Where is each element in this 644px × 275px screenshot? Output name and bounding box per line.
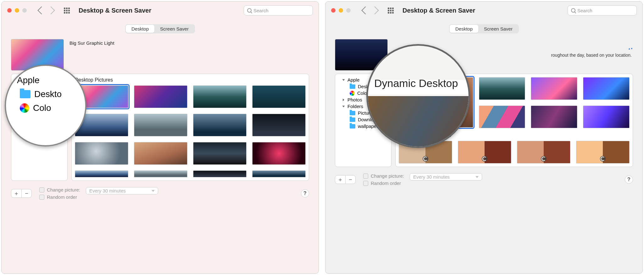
bottom-controls: ＋ − Change picture: Random order Every 3…	[325, 171, 642, 192]
help-button[interactable]: ?	[625, 175, 633, 184]
add-remove-buttons: ＋ −	[335, 175, 356, 184]
change-picture-label: Change picture:	[371, 173, 404, 179]
wallpaper-thumb[interactable]	[583, 77, 630, 100]
wallpaper-thumb[interactable]	[134, 142, 187, 165]
interval-select[interactable]: Every 30 minutes	[410, 173, 482, 180]
color-wheel-icon	[20, 103, 29, 113]
color-wheel-icon	[350, 91, 355, 96]
random-order-checkbox[interactable]	[363, 181, 368, 186]
wallpaper-thumb[interactable]	[134, 85, 187, 108]
random-order-row: Random order	[39, 194, 80, 200]
magnifier-callout: Dynamic Desktop	[366, 44, 470, 148]
change-picture-row: Change picture:	[363, 173, 404, 179]
wallpaper-thumb[interactable]	[479, 106, 525, 128]
dynamic-icon	[600, 156, 606, 162]
close-icon[interactable]	[7, 8, 12, 13]
wallpaper-thumb[interactable]	[134, 114, 187, 136]
wallpaper-thumb[interactable]	[531, 77, 577, 100]
magnify-desktop-label: Deskto	[34, 89, 62, 99]
change-picture-row: Change picture:	[39, 187, 80, 192]
wallpaper-gallery: Desktop Pictures	[71, 74, 309, 181]
magnifier-callout: Apple Deskto Colo	[5, 65, 86, 146]
thumb-grid-partial	[75, 170, 306, 177]
wallpaper-thumb[interactable]	[252, 170, 306, 177]
back-button[interactable]	[37, 6, 45, 14]
all-prefs-icon[interactable]	[388, 8, 394, 14]
wallpaper-thumb[interactable]	[193, 85, 247, 108]
magnify-colors-label: Colo	[33, 103, 51, 113]
wallpaper-thumb[interactable]	[193, 114, 247, 136]
panel-right: Desktop & Screen Saver Search Desktop Sc…	[325, 1, 643, 274]
bottom-controls: ＋ − Change picture: Random order Every 3…	[2, 185, 319, 206]
folder-icon	[350, 124, 355, 129]
minimize-icon[interactable]	[339, 8, 343, 13]
window-title: Desktop & Screen Saver	[402, 7, 475, 14]
wallpaper-name: Big Sur Graphic Light	[69, 40, 114, 46]
close-icon[interactable]	[331, 8, 336, 13]
back-button[interactable]	[361, 6, 369, 14]
tab-group: Desktop Screen Saver	[325, 24, 642, 33]
wallpaper-thumb[interactable]	[134, 170, 187, 177]
remove-folder-button[interactable]: −	[21, 189, 31, 198]
folder-icon	[350, 111, 355, 115]
dynamic-icon	[423, 156, 428, 162]
wallpaper-thumb[interactable]	[252, 85, 306, 108]
search-placeholder: Search	[253, 8, 269, 13]
zoom-icon[interactable]	[22, 8, 27, 13]
wallpaper-thumb[interactable]	[193, 142, 247, 165]
random-order-label: Random order	[47, 194, 77, 200]
titlebar: Desktop & Screen Saver Search	[325, 2, 642, 19]
window-controls	[331, 8, 351, 13]
search-icon	[571, 8, 575, 13]
tab-screensaver[interactable]: Screen Saver	[478, 25, 518, 33]
add-remove-buttons: ＋ −	[11, 189, 32, 198]
wallpaper-thumb[interactable]	[252, 114, 306, 136]
change-picture-checkbox[interactable]	[363, 174, 368, 179]
preview-row: ▲▼ roughout the day, based on your locat…	[325, 36, 642, 74]
tab-desktop[interactable]: Desktop	[450, 25, 478, 33]
dynamic-icon	[541, 156, 547, 162]
interval-select[interactable]: Every 30 minutes	[86, 187, 158, 194]
random-order-label: Random order	[371, 180, 401, 186]
dynamic-icon	[482, 156, 487, 162]
random-order-checkbox[interactable]	[39, 195, 44, 200]
wallpaper-thumb[interactable]	[479, 77, 525, 100]
tab-screensaver[interactable]: Screen Saver	[154, 25, 194, 33]
folder-icon	[20, 90, 31, 98]
wallpaper-thumb[interactable]	[75, 142, 128, 165]
magnify-apple-label: Apple	[17, 75, 40, 85]
minimize-icon[interactable]	[15, 8, 19, 13]
forward-button[interactable]	[371, 6, 379, 14]
change-picture-label: Change picture:	[47, 187, 80, 192]
window-title: Desktop & Screen Saver	[79, 7, 151, 14]
remove-folder-button[interactable]: −	[345, 175, 355, 184]
search-icon	[247, 8, 252, 13]
add-folder-button[interactable]: ＋	[335, 175, 345, 184]
all-prefs-icon[interactable]	[64, 8, 70, 14]
tab-desktop[interactable]: Desktop	[126, 25, 154, 33]
wallpaper-thumb[interactable]	[193, 170, 247, 177]
zoom-icon[interactable]	[346, 8, 351, 13]
chevron-updown-icon: ▲▼	[628, 47, 633, 50]
thumb-grid	[75, 85, 306, 165]
wallpaper-thumb[interactable]	[517, 141, 570, 163]
search-placeholder: Search	[577, 8, 592, 13]
add-folder-button[interactable]: ＋	[11, 189, 21, 198]
forward-button[interactable]	[47, 6, 55, 14]
change-picture-checkbox[interactable]	[39, 187, 44, 192]
wallpaper-thumb[interactable]	[75, 170, 128, 177]
wallpaper-thumb[interactable]	[252, 142, 306, 165]
window-controls	[7, 8, 27, 13]
help-button[interactable]: ?	[301, 189, 309, 198]
wallpaper-thumb[interactable]	[531, 106, 577, 128]
wallpaper-thumb[interactable]	[583, 106, 630, 128]
search-field[interactable]: Search	[244, 5, 313, 15]
folder-icon	[350, 117, 355, 122]
search-field[interactable]: Search	[568, 5, 637, 15]
panel-left: Desktop & Screen Saver Search Desktop Sc…	[1, 1, 319, 274]
nav-arrows	[363, 8, 378, 13]
random-order-row: Random order	[363, 180, 404, 186]
wallpaper-thumb[interactable]	[576, 141, 630, 163]
tab-group: Desktop Screen Saver	[2, 24, 319, 33]
wallpaper-thumb[interactable]	[458, 141, 511, 163]
